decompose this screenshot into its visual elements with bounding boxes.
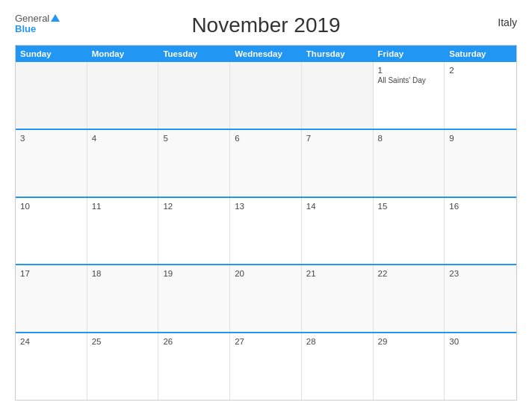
- header: General Blue November 2019 Italy: [15, 13, 517, 37]
- day-18: 18: [92, 269, 154, 278]
- day-9: 9: [449, 134, 512, 143]
- calendar-row-5: 24 25 26 27 28 29 30: [16, 332, 516, 400]
- day-19: 19: [163, 269, 225, 278]
- cell-r5-fri: 29: [374, 333, 445, 400]
- cell-r3-thu: 14: [302, 198, 374, 265]
- cell-r3-sat: 16: [445, 198, 516, 265]
- cell-r5-sat: 30: [445, 333, 516, 400]
- day-27: 27: [235, 337, 297, 346]
- cell-r2-sun: 3: [16, 130, 87, 197]
- cell-r3-wed: 13: [230, 198, 302, 265]
- day-25: 25: [92, 337, 154, 346]
- cell-r3-fri: 15: [374, 198, 445, 265]
- day-7: 7: [306, 134, 368, 143]
- day-16: 16: [449, 202, 512, 211]
- calendar-header: Sunday Monday Tuesday Wednesday Thursday…: [16, 46, 516, 62]
- day-5: 5: [163, 134, 225, 143]
- cell-r5-sun: 24: [16, 333, 87, 400]
- header-thursday: Thursday: [302, 46, 374, 62]
- day-17: 17: [20, 269, 82, 278]
- day-11: 11: [92, 202, 154, 211]
- country-label: Italy: [498, 16, 517, 28]
- cell-r4-tue: 19: [158, 265, 230, 332]
- day-30: 30: [449, 337, 512, 346]
- day-15: 15: [378, 202, 440, 211]
- day-28: 28: [306, 337, 368, 346]
- calendar-row-3: 10 11 12 13 14 15 16: [16, 197, 516, 265]
- day-29: 29: [378, 337, 440, 346]
- cell-r2-mon: 4: [87, 130, 159, 197]
- cell-r5-wed: 27: [230, 333, 302, 400]
- logo-triangle-icon: [51, 14, 60, 22]
- day-6: 6: [235, 134, 297, 143]
- cell-r1-wed: [230, 62, 302, 129]
- day-26: 26: [163, 337, 225, 346]
- cell-r4-fri: 22: [374, 265, 445, 332]
- calendar: Sunday Monday Tuesday Wednesday Thursday…: [15, 45, 517, 401]
- day-12: 12: [163, 202, 225, 211]
- header-saturday: Saturday: [445, 46, 516, 62]
- cell-r4-wed: 20: [230, 265, 302, 332]
- day-14: 14: [306, 202, 368, 211]
- cell-r4-sat: 23: [445, 265, 516, 332]
- day-3: 3: [20, 134, 82, 143]
- cell-r5-thu: 28: [302, 333, 374, 400]
- cell-r1-tue: [158, 62, 230, 129]
- cell-r1-mon: [87, 62, 159, 129]
- cell-r4-sun: 17: [16, 265, 87, 332]
- day-22: 22: [378, 269, 440, 278]
- cell-r2-wed: 6: [230, 130, 302, 197]
- logo-general-text: General: [15, 13, 60, 24]
- calendar-row-4: 17 18 19 20 21 22 23: [16, 264, 516, 332]
- calendar-body: 1 All Saints' Day 2 3 4 5 6 7 8 9 10 11: [16, 62, 516, 400]
- day-20: 20: [235, 269, 297, 278]
- cell-r3-tue: 12: [158, 198, 230, 265]
- cell-r1-fri: 1 All Saints' Day: [374, 62, 445, 129]
- calendar-row-2: 3 4 5 6 7 8 9: [16, 129, 516, 197]
- cell-r3-mon: 11: [87, 198, 159, 265]
- cell-r5-mon: 25: [87, 333, 159, 400]
- calendar-row-1: 1 All Saints' Day 2: [16, 62, 516, 129]
- logo-blue-text: Blue: [15, 24, 36, 34]
- header-monday: Monday: [87, 46, 159, 62]
- day-10: 10: [20, 202, 82, 211]
- cell-r4-mon: 18: [87, 265, 159, 332]
- day-21: 21: [306, 269, 368, 278]
- calendar-title: November 2019: [191, 13, 340, 37]
- cell-r2-sat: 9: [445, 130, 516, 197]
- header-sunday: Sunday: [16, 46, 87, 62]
- event-all-saints: All Saints' Day: [378, 76, 440, 84]
- header-friday: Friday: [374, 46, 445, 62]
- cell-r2-fri: 8: [374, 130, 445, 197]
- cell-r4-thu: 21: [302, 265, 374, 332]
- header-wednesday: Wednesday: [230, 46, 302, 62]
- logo: General Blue: [15, 13, 60, 35]
- day-13: 13: [235, 202, 297, 211]
- header-tuesday: Tuesday: [158, 46, 230, 62]
- cell-r5-tue: 26: [158, 333, 230, 400]
- page: General Blue November 2019 Italy Sunday …: [0, 0, 532, 411]
- day-1: 1: [378, 66, 440, 75]
- cell-r3-sun: 10: [16, 198, 87, 265]
- day-2: 2: [449, 66, 512, 75]
- day-23: 23: [449, 269, 512, 278]
- cell-r1-thu: [302, 62, 374, 129]
- day-24: 24: [20, 337, 82, 346]
- cell-r1-sun: [16, 62, 87, 129]
- cell-r1-sat: 2: [445, 62, 516, 129]
- day-8: 8: [378, 134, 440, 143]
- cell-r2-tue: 5: [158, 130, 230, 197]
- day-4: 4: [92, 134, 154, 143]
- cell-r2-thu: 7: [302, 130, 374, 197]
